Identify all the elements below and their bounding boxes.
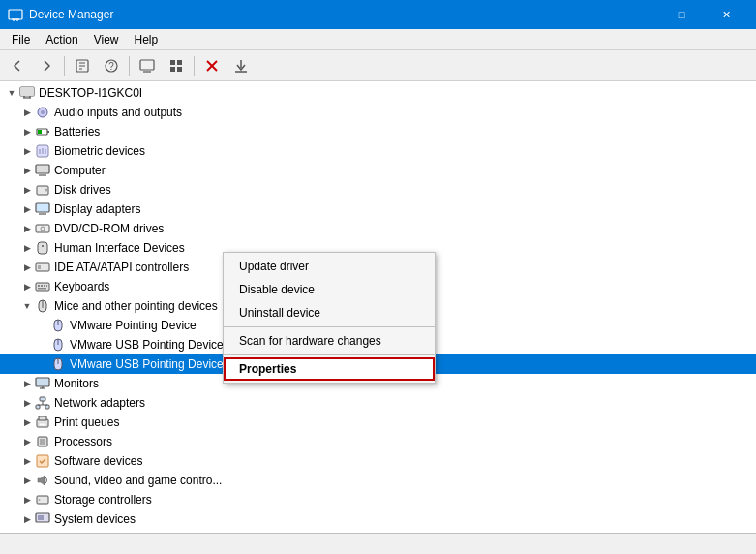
status-bar bbox=[0, 533, 756, 554]
tree-item-usb[interactable]: ▶ Universal Serial Bus controllers bbox=[0, 529, 756, 533]
display-expand-icon[interactable]: ▶ bbox=[19, 201, 35, 217]
batteries-icon bbox=[35, 124, 50, 139]
ctx-disable-device[interactable]: Disable device bbox=[224, 278, 435, 301]
biometric-icon bbox=[35, 143, 50, 159]
keyboards-label: Keyboards bbox=[54, 280, 109, 293]
svg-rect-44 bbox=[38, 265, 41, 269]
hid-expand-icon[interactable]: ▶ bbox=[19, 240, 35, 256]
network-expand-icon[interactable]: ▶ bbox=[19, 395, 35, 411]
ide-expand-icon[interactable]: ▶ bbox=[19, 260, 35, 275]
biometric-label: Biometric devices bbox=[54, 144, 145, 158]
computer-label: Computer bbox=[54, 164, 106, 177]
toolbar-download[interactable] bbox=[227, 53, 255, 78]
tree-item-software[interactable]: ▶ Software devices bbox=[0, 451, 756, 471]
vmware2-icon bbox=[50, 337, 66, 353]
disk-label: Disk drives bbox=[54, 183, 111, 197]
context-menu: Update driver Disable device Uninstall d… bbox=[223, 252, 436, 384]
toolbar-list[interactable] bbox=[163, 53, 190, 78]
toolbar-forward[interactable] bbox=[33, 53, 60, 78]
hid-label: Human Interface Devices bbox=[54, 241, 185, 255]
tree-item-disk[interactable]: ▶ Disk drives bbox=[0, 180, 756, 200]
processor-icon bbox=[35, 434, 50, 449]
biometric-expand-icon[interactable]: ▶ bbox=[19, 143, 35, 159]
processors-expand-icon[interactable]: ▶ bbox=[19, 434, 35, 449]
tree-item-computer[interactable]: ▶ Computer bbox=[0, 161, 756, 180]
dvd-expand-icon[interactable]: ▶ bbox=[19, 221, 35, 236]
close-button[interactable]: ✕ bbox=[704, 0, 748, 29]
print-expand-icon[interactable]: ▶ bbox=[19, 415, 35, 430]
tree-item-dvd[interactable]: ▶ DVD/CD-ROM drives bbox=[0, 219, 756, 238]
minimize-button[interactable]: ─ bbox=[615, 0, 659, 29]
svg-rect-63 bbox=[40, 397, 45, 401]
app-icon bbox=[8, 7, 23, 22]
toolbar-help[interactable]: ? bbox=[98, 53, 125, 78]
storage-expand-icon[interactable]: ▶ bbox=[19, 492, 35, 508]
svg-rect-13 bbox=[177, 60, 182, 65]
usb-label: Universal Serial Bus controllers bbox=[54, 532, 216, 533]
disk-expand-icon[interactable]: ▶ bbox=[19, 182, 35, 198]
svg-rect-10 bbox=[140, 60, 154, 70]
menu-bar: File Action View Help bbox=[0, 29, 756, 50]
print-icon bbox=[35, 415, 50, 430]
audio-expand-icon[interactable]: ▶ bbox=[19, 105, 35, 120]
tree-item-system[interactable]: ▶ System devices bbox=[0, 509, 756, 529]
svg-rect-28 bbox=[38, 130, 42, 134]
svg-rect-20 bbox=[20, 87, 34, 96]
title-bar: Device Manager ─ □ ✕ bbox=[0, 0, 756, 29]
root-label: DESKTOP-I1GKC0I bbox=[39, 86, 142, 100]
menu-file[interactable]: File bbox=[4, 31, 38, 48]
tree-item-processors[interactable]: ▶ Processors bbox=[0, 432, 756, 451]
svg-rect-65 bbox=[45, 405, 49, 409]
svg-rect-12 bbox=[170, 60, 175, 65]
software-icon bbox=[35, 453, 50, 469]
ctx-scan[interactable]: Scan for hardware changes bbox=[224, 329, 435, 353]
svg-point-76 bbox=[39, 499, 41, 501]
maximize-button[interactable]: □ bbox=[659, 0, 704, 29]
ctx-properties[interactable]: Properties bbox=[224, 357, 435, 381]
svg-rect-50 bbox=[38, 288, 46, 290]
sound-expand-icon[interactable]: ▶ bbox=[19, 473, 35, 488]
toolbar-back[interactable] bbox=[4, 53, 31, 78]
mice-expand-icon[interactable]: ▼ bbox=[19, 298, 35, 314]
vmware3-label: VMware USB Pointing Device bbox=[70, 357, 224, 371]
ctx-update-driver[interactable]: Update driver bbox=[224, 255, 435, 278]
ide-icon bbox=[35, 260, 50, 275]
mouse-icon bbox=[35, 298, 50, 314]
tree-item-network[interactable]: ▶ Network adapters bbox=[0, 393, 756, 413]
tree-item-batteries[interactable]: ▶ Batteries bbox=[0, 122, 756, 141]
dvd-label: DVD/CD-ROM drives bbox=[54, 222, 164, 235]
tree-item-display[interactable]: ▶ Display adapters bbox=[0, 200, 756, 219]
usb-expand-icon[interactable]: ▶ bbox=[19, 531, 35, 533]
svg-rect-78 bbox=[38, 515, 44, 520]
ide-label: IDE ATA/ATAPI controllers bbox=[54, 261, 189, 274]
main-content: ▼ DESKTOP-I1GKC0I ▶ Audio inputs and out… bbox=[0, 81, 756, 533]
audio-label: Audio inputs and outputs bbox=[54, 106, 182, 119]
menu-help[interactable]: Help bbox=[127, 31, 166, 48]
tree-item-sound[interactable]: ▶ Sound, video and game contro... bbox=[0, 471, 756, 490]
batteries-label: Batteries bbox=[54, 125, 100, 138]
computer-icon bbox=[19, 85, 35, 101]
keyboards-expand-icon[interactable]: ▶ bbox=[19, 279, 35, 294]
tree-item-audio[interactable]: ▶ Audio inputs and outputs bbox=[0, 103, 756, 122]
tree-root[interactable]: ▼ DESKTOP-I1GKC0I bbox=[0, 83, 756, 103]
software-expand-icon[interactable]: ▶ bbox=[19, 453, 35, 469]
batteries-expand-icon[interactable]: ▶ bbox=[19, 124, 35, 139]
toolbar-delete[interactable] bbox=[198, 53, 226, 78]
menu-view[interactable]: View bbox=[86, 31, 127, 48]
dvd-icon bbox=[35, 221, 50, 236]
svg-rect-41 bbox=[38, 242, 47, 254]
network-label: Network adapters bbox=[54, 396, 145, 410]
tree-item-print[interactable]: ▶ Print queues bbox=[0, 413, 756, 432]
monitors-expand-icon[interactable]: ▶ bbox=[19, 376, 35, 391]
root-expand-icon[interactable]: ▼ bbox=[4, 85, 19, 101]
system-expand-icon[interactable]: ▶ bbox=[19, 511, 35, 527]
system-label: System devices bbox=[54, 512, 136, 526]
tree-item-biometric[interactable]: ▶ Biometric devices bbox=[0, 141, 756, 161]
toolbar-properties[interactable] bbox=[69, 53, 96, 78]
sound-label: Sound, video and game contro... bbox=[54, 474, 222, 487]
tree-item-storage[interactable]: ▶ Storage controllers bbox=[0, 490, 756, 509]
ctx-uninstall-device[interactable]: Uninstall device bbox=[224, 301, 435, 324]
menu-action[interactable]: Action bbox=[38, 31, 85, 48]
toolbar-screen[interactable] bbox=[134, 53, 161, 78]
computer-expand-icon[interactable]: ▶ bbox=[19, 163, 35, 178]
